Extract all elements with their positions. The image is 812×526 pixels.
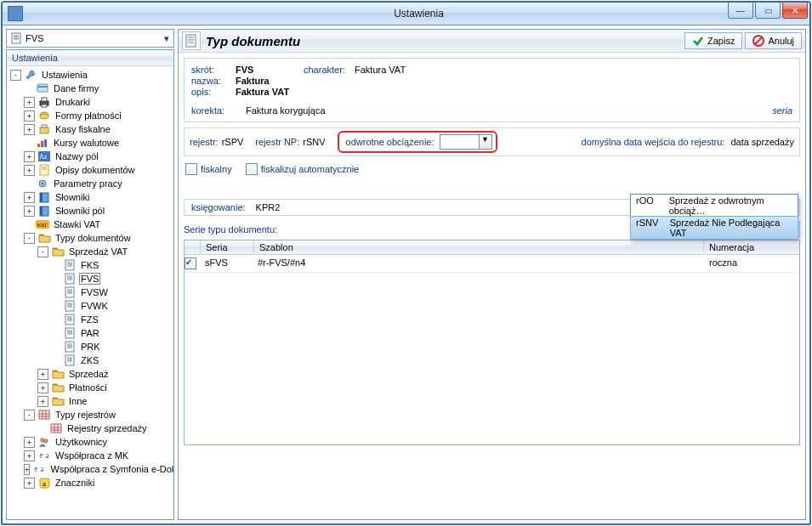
check-icon xyxy=(692,35,704,47)
tree-item-typy-dokument-w[interactable]: -Typy dokumentów xyxy=(7,231,173,245)
collapse-icon[interactable]: - xyxy=(24,410,35,421)
book-icon xyxy=(37,190,51,204)
tree-item-formy-p-atno-ci[interactable]: +Formy płatności xyxy=(7,109,173,122)
tree-item-sprzeda-[interactable]: +Sprzedaż xyxy=(7,367,173,381)
left-panel: FVS ▾ Ustawienia -UstawieniaDane firmy+D… xyxy=(6,29,174,520)
expand-icon[interactable]: + xyxy=(37,396,48,407)
folder-icon xyxy=(37,231,51,245)
users-icon xyxy=(37,435,51,449)
expand-icon[interactable]: + xyxy=(24,151,35,162)
cancel-button[interactable]: Anuluj xyxy=(745,32,802,49)
odwrotne-dropdown-list[interactable]: rOOSprzedaż z odwrotnym obciąż…rSNVSprze… xyxy=(630,194,798,240)
rejestrnp-value[interactable]: rSNV xyxy=(303,137,325,147)
expand-icon[interactable]: + xyxy=(24,124,35,135)
az-icon: Az xyxy=(37,150,51,163)
tree-item-parametry-pracy[interactable]: Parametry pracy xyxy=(7,177,173,190)
close-button[interactable]: ✕ xyxy=(782,3,808,19)
fiskalny-checkbox[interactable]: fiskalny xyxy=(185,163,232,175)
svg-rect-57 xyxy=(65,355,74,365)
expand-icon[interactable]: + xyxy=(24,192,35,203)
tree-item-wsp-praca-z-mk[interactable]: +Współpraca z MK xyxy=(7,449,173,462)
tree-item-fzs[interactable]: FZS xyxy=(7,313,173,326)
collapse-icon[interactable]: - xyxy=(10,70,21,81)
tree-item-label: Opisy dokumentów xyxy=(54,165,137,175)
row-checkbox[interactable] xyxy=(185,257,196,269)
type-combo[interactable]: FVS ▾ xyxy=(6,29,174,48)
svg-rect-45 xyxy=(65,314,74,325)
tree-item-s-owniki[interactable]: +Słowniki xyxy=(7,190,173,204)
tree-item-rejestry-sprzeda-y[interactable]: Rejestry sprzedaży xyxy=(7,421,173,435)
dropdown-option-rsnv[interactable]: rSNVSprzedaż Nie Podlegająca VAT xyxy=(630,216,798,240)
tree-item-stawki-vat[interactable]: VATStawki VAT xyxy=(7,218,173,231)
expand-icon[interactable]: + xyxy=(24,206,35,217)
tree-item-label: Słowniki xyxy=(54,192,91,202)
dropdown-option-roo[interactable]: rOOSprzedaż z odwrotnym obciąż… xyxy=(631,195,798,217)
tree-item-kursy-walutowe[interactable]: Kursy walutowe xyxy=(7,136,173,150)
col-seria[interactable]: Seria xyxy=(201,240,254,254)
expand-icon[interactable]: + xyxy=(24,464,30,475)
tree-item-nazwy-p-l[interactable]: +AzNazwy pól xyxy=(7,150,173,163)
table-row[interactable]: sFVS#r-FVS/#n4roczna xyxy=(185,255,799,273)
odwrotne-dropdown[interactable]: ▼ xyxy=(440,134,492,150)
tree-item-label: Płatności xyxy=(67,382,109,393)
expand-icon[interactable]: + xyxy=(24,437,35,448)
expand-icon[interactable]: + xyxy=(24,97,35,108)
tree-item-sprzeda-vat[interactable]: -Sprzedaż VAT xyxy=(7,245,173,258)
tree-item-inne[interactable]: +Inne xyxy=(7,394,173,408)
defreg-value[interactable]: data sprzedaży xyxy=(730,137,794,147)
chart-icon xyxy=(36,136,49,150)
minimize-button[interactable]: — xyxy=(728,3,753,19)
tree-item-label: FVS xyxy=(79,273,100,285)
tree-item-fvs[interactable]: FVS xyxy=(7,272,173,286)
seria-link[interactable]: seria xyxy=(772,105,792,116)
fiskauto-checkbox[interactable]: fiskalizuj automatycznie xyxy=(246,163,360,175)
tree-item-s-owniki-p-l[interactable]: +Słowniki pól xyxy=(7,204,173,218)
expand-icon[interactable]: + xyxy=(24,450,35,461)
tree-item-zks[interactable]: ZKS xyxy=(7,353,173,367)
expand-icon[interactable]: + xyxy=(24,478,35,489)
tree-item-u-ytkownicy[interactable]: +Użytkownicy xyxy=(7,435,173,449)
rejestr-value[interactable]: rSPV xyxy=(222,137,244,147)
expand-icon[interactable]: + xyxy=(24,165,35,176)
tree-item-wsp-praca-z-symfonia-e-dokumenty[interactable]: +Współpraca z Symfonia e-Dokumenty xyxy=(7,462,173,476)
tree-item-label: Nazwy pól xyxy=(54,151,100,161)
tree-item-p-atno-ci[interactable]: +Płatności xyxy=(7,381,173,394)
tree-item-label: Kursy walutowe xyxy=(52,138,121,148)
tree-item-kasy-fiskalne[interactable]: +Kasy fiskalne xyxy=(7,122,173,136)
note-icon xyxy=(37,163,51,177)
maximize-button[interactable]: ▭ xyxy=(755,3,781,19)
tree-item-ustawienia[interactable]: -Ustawienia xyxy=(7,68,173,82)
tree-item-znaczniki[interactable]: +aZnaczniki xyxy=(7,476,173,489)
svg-rect-4 xyxy=(37,84,48,92)
tree-item-drukarki[interactable]: +Drukarki xyxy=(7,95,173,109)
collapse-icon[interactable]: - xyxy=(37,246,48,257)
fiscal-row: fiskalny fiskalizuj automatycznie xyxy=(184,161,800,177)
tree-item-fks[interactable]: FKS xyxy=(7,258,173,272)
tree-item-typy-rejestr-w[interactable]: -Typy rejestrów xyxy=(7,408,173,421)
doc-icon xyxy=(63,299,77,313)
spacer xyxy=(51,342,60,352)
link-icon xyxy=(32,462,46,476)
ksieg-value[interactable]: KPR2 xyxy=(256,202,281,212)
save-button[interactable]: Zapisz xyxy=(684,32,742,49)
tree-item-fvsw[interactable]: FVSW xyxy=(7,286,173,299)
tree-item-prk[interactable]: PRK xyxy=(7,340,173,353)
collapse-icon[interactable]: - xyxy=(24,233,35,244)
series-grid[interactable]: Seria Szablon Numeracja sFVS#r-FVS/#n4ro… xyxy=(184,240,800,445)
tree-item-dane-firmy[interactable]: Dane firmy xyxy=(7,82,173,95)
tree-item-fvwk[interactable]: FVWK xyxy=(7,299,173,313)
expand-icon[interactable]: + xyxy=(24,110,35,122)
odwrotne-label: odwrotne obciążenie: xyxy=(346,137,434,147)
col-szablon[interactable]: Szablon xyxy=(254,240,704,254)
expand-icon[interactable]: + xyxy=(37,382,48,393)
folder-icon xyxy=(51,245,65,258)
titlebar[interactable]: Ustawienia — ▭ ✕ xyxy=(3,3,809,25)
expand-icon[interactable]: + xyxy=(37,369,48,380)
folder-icon xyxy=(51,394,65,408)
tree-item-opisy-dokument-w[interactable]: +Opisy dokumentów xyxy=(7,163,173,177)
tree-item-par[interactable]: PAR xyxy=(7,326,173,340)
settings-tree[interactable]: -UstawieniaDane firmy+Drukarki+Formy pła… xyxy=(7,66,173,519)
settings-tree-header: Ustawienia xyxy=(7,50,173,66)
col-numeracja[interactable]: Numeracja xyxy=(704,240,799,254)
svg-text:VAT: VAT xyxy=(37,222,48,229)
